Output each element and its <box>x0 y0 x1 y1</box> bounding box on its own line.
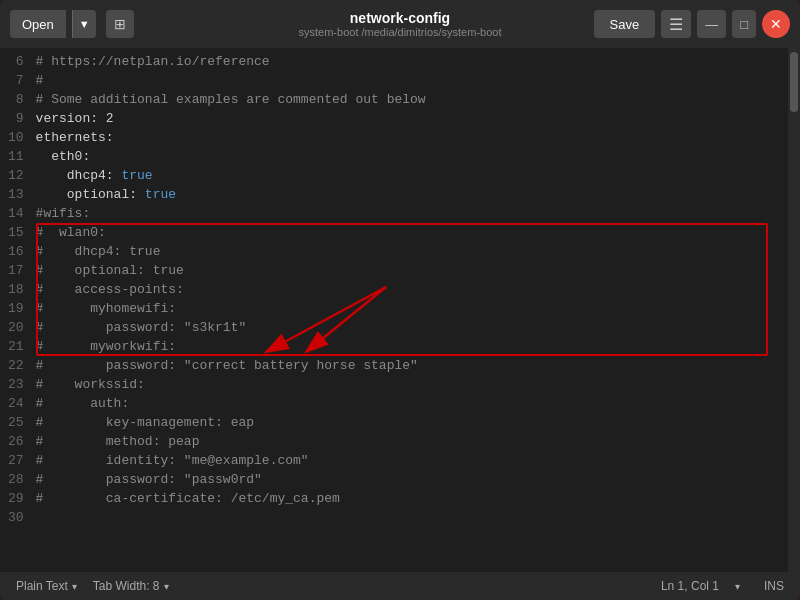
code-line: # <box>36 71 788 90</box>
language-selector[interactable]: Plain Text ▾ <box>16 579 77 593</box>
line-number: 21 <box>0 337 36 356</box>
code-line: # password: "passw0rd" <box>36 470 788 489</box>
minimize-button[interactable]: — <box>697 10 726 38</box>
code-line: #wifis: <box>36 204 788 223</box>
line-number: 7 <box>0 71 36 90</box>
code-line: optional: true <box>36 185 788 204</box>
insert-mode: INS <box>764 579 784 593</box>
editor-area: 6789101112131415161718192021222324252627… <box>0 48 800 572</box>
code-line: ethernets: <box>36 128 788 147</box>
position-dropdown[interactable]: ▾ <box>735 581 740 592</box>
line-number: 29 <box>0 489 36 508</box>
pin-button[interactable]: ⊞ <box>106 10 134 38</box>
line-number: 30 <box>0 508 36 527</box>
code-line: # key-management: eap <box>36 413 788 432</box>
menu-button[interactable]: ☰ <box>661 10 691 38</box>
window-title: network-config <box>299 10 502 26</box>
code-line: # password: "s3kr1t" <box>36 318 788 337</box>
line-number: 6 <box>0 48 36 71</box>
line-number: 24 <box>0 394 36 413</box>
line-number: 12 <box>0 166 36 185</box>
scrollbar-thumb[interactable] <box>790 52 798 112</box>
code-line: version: 2 <box>36 109 788 128</box>
line-number: 19 <box>0 299 36 318</box>
save-button[interactable]: Save <box>594 10 656 38</box>
code-line: eth0: <box>36 147 788 166</box>
code-line: # myworkwifi: <box>36 337 788 356</box>
line-number: 11 <box>0 147 36 166</box>
language-label: Plain Text <box>16 579 68 593</box>
close-button[interactable]: ✕ <box>762 10 790 38</box>
code-line: # dhcp4: true <box>36 242 788 261</box>
tab-width-chevron: ▾ <box>164 581 169 592</box>
code-line: dhcp4: true <box>36 166 788 185</box>
line-number: 9 <box>0 109 36 128</box>
code-line: # https://netplan.io/reference <box>36 48 788 71</box>
code-line: # wlan0: <box>36 223 788 242</box>
line-number: 28 <box>0 470 36 489</box>
line-number: 14 <box>0 204 36 223</box>
position-chevron: ▾ <box>735 581 740 592</box>
titlebar-left: Open ▼ ⊞ <box>10 10 134 38</box>
line-number: 17 <box>0 261 36 280</box>
code-column[interactable]: # https://netplan.io/reference## Some ad… <box>36 48 788 572</box>
line-number: 8 <box>0 90 36 109</box>
code-line: # ca-certificate: /etc/my_ca.pem <box>36 489 788 508</box>
code-line: # myhomewifi: <box>36 299 788 318</box>
titlebar-right: Save ☰ — □ ✕ <box>594 10 791 38</box>
code-line: # workssid: <box>36 375 788 394</box>
line-number: 18 <box>0 280 36 299</box>
line-number: 13 <box>0 185 36 204</box>
tab-width-label: Tab Width: 8 <box>93 579 160 593</box>
language-chevron: ▾ <box>72 581 77 592</box>
code-lines: # https://netplan.io/reference## Some ad… <box>36 48 788 508</box>
open-dropdown-button[interactable]: ▼ <box>72 10 96 38</box>
line-numbers: 6789101112131415161718192021222324252627… <box>0 48 36 572</box>
titlebar-center: network-config system-boot /media/dimitr… <box>299 10 502 38</box>
code-line: # optional: true <box>36 261 788 280</box>
line-number: 23 <box>0 375 36 394</box>
line-number: 16 <box>0 242 36 261</box>
statusbar: Plain Text ▾ Tab Width: 8 ▾ Ln 1, Col 1 … <box>0 572 800 600</box>
line-number: 10 <box>0 128 36 147</box>
scrollbar[interactable] <box>788 48 800 572</box>
line-number: 26 <box>0 432 36 451</box>
line-number: 20 <box>0 318 36 337</box>
line-number: 25 <box>0 413 36 432</box>
tab-width-selector[interactable]: Tab Width: 8 ▾ <box>93 579 169 593</box>
code-line: # password: "correct battery horse stapl… <box>36 356 788 375</box>
code-line: # Some additional examples are commented… <box>36 90 788 109</box>
line-number: 22 <box>0 356 36 375</box>
maximize-button[interactable]: □ <box>732 10 756 38</box>
line-number: 27 <box>0 451 36 470</box>
code-line: # identity: "me@example.com" <box>36 451 788 470</box>
cursor-position: Ln 1, Col 1 <box>661 579 719 593</box>
titlebar: Open ▼ ⊞ network-config system-boot /med… <box>0 0 800 48</box>
code-line: # method: peap <box>36 432 788 451</box>
code-line: # access-points: <box>36 280 788 299</box>
line-number: 15 <box>0 223 36 242</box>
open-button[interactable]: Open <box>10 10 66 38</box>
code-line: # auth: <box>36 394 788 413</box>
window-subtitle: system-boot /media/dimitrios/system-boot <box>299 26 502 38</box>
main-window: Open ▼ ⊞ network-config system-boot /med… <box>0 0 800 600</box>
